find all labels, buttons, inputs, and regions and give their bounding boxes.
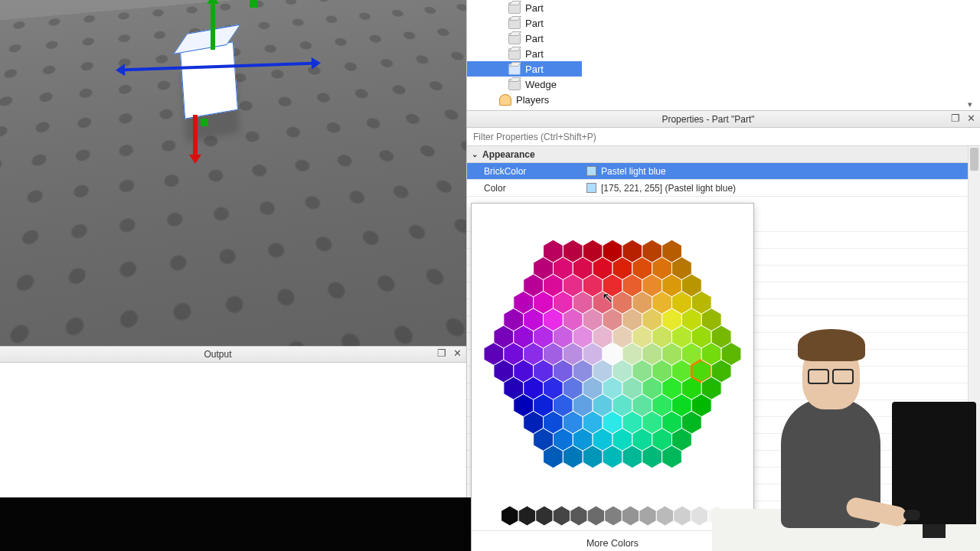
hex-color-grid[interactable]: [472, 204, 753, 504]
part-icon: [508, 64, 521, 75]
move-handle[interactable]: [250, 0, 257, 8]
selected-part-3d[interactable]: [180, 41, 238, 119]
prop-color[interactable]: Color [175, 221, 255] (Pastel light blue…: [467, 180, 980, 197]
close-icon[interactable]: ✕: [451, 348, 463, 360]
part-icon: [508, 2, 521, 14]
gray-hex-cell[interactable]: [518, 506, 536, 526]
part-icon: [508, 18, 521, 29]
gray-hex-cell[interactable]: [656, 506, 674, 526]
explorer-item-wedge[interactable]: Wedge: [467, 77, 980, 92]
properties-panel-header: Properties - Part "Part" ❐ ✕: [467, 111, 980, 128]
chevron-down-icon: ⌄: [472, 150, 478, 158]
filter-input[interactable]: [467, 128, 980, 145]
undock-icon[interactable]: ❐: [436, 348, 448, 360]
output-title: Output: [0, 349, 436, 360]
properties-filter[interactable]: [467, 128, 980, 146]
explorer-item-players[interactable]: Players: [467, 92, 980, 107]
move-handle[interactable]: [201, 119, 208, 126]
explorer-item-part-selected[interactable]: Part: [467, 61, 582, 77]
output-panel-header: Output ❐ ✕: [0, 346, 466, 363]
players-icon: [499, 94, 511, 106]
explorer-item-part[interactable]: Part: [467, 46, 980, 61]
monitor-icon: [892, 402, 976, 524]
gray-hex-cell[interactable]: [691, 506, 708, 526]
prop-brickcolor[interactable]: BrickColor Pastel light blue: [467, 163, 980, 180]
color-swatch-icon: [586, 166, 596, 176]
part-icon: [508, 48, 521, 60]
color-swatch-icon: [586, 183, 596, 193]
close-icon[interactable]: ✕: [965, 113, 977, 126]
properties-title: Properties - Part "Part": [467, 114, 949, 125]
part-icon: [508, 33, 521, 44]
move-axis-z[interactable]: [193, 115, 198, 161]
move-axis-y[interactable]: [211, 0, 215, 50]
explorer-item-part[interactable]: Part: [467, 31, 980, 46]
gray-hex-cell[interactable]: [622, 506, 639, 526]
explorer-item-part[interactable]: Part: [467, 0, 980, 15]
gray-hex-cell[interactable]: [570, 506, 588, 526]
explorer-panel[interactable]: Part Part Part Part Part Wedge Players: [467, 0, 980, 111]
gray-hex-cell[interactable]: [605, 506, 622, 526]
section-appearance[interactable]: ⌄ Appearance: [467, 146, 980, 163]
wedge-icon: [508, 79, 521, 90]
gray-hex-cell[interactable]: [536, 506, 554, 526]
gray-hex-cell[interactable]: [639, 506, 657, 526]
presenter-overlay: [712, 329, 980, 551]
chevron-down-icon[interactable]: [968, 98, 978, 109]
gray-hex-cell[interactable]: [553, 506, 570, 526]
gray-hex-cell[interactable]: [587, 506, 605, 526]
more-colors-button[interactable]: More Colors: [472, 530, 753, 551]
gray-hex-cell[interactable]: [674, 506, 691, 526]
scrollbar-thumb[interactable]: [970, 148, 978, 171]
undock-icon[interactable]: ❐: [949, 113, 962, 126]
gray-hex-cell[interactable]: [501, 506, 519, 526]
explorer-item-part[interactable]: Part: [467, 15, 980, 31]
3d-viewport[interactable]: [0, 0, 466, 346]
